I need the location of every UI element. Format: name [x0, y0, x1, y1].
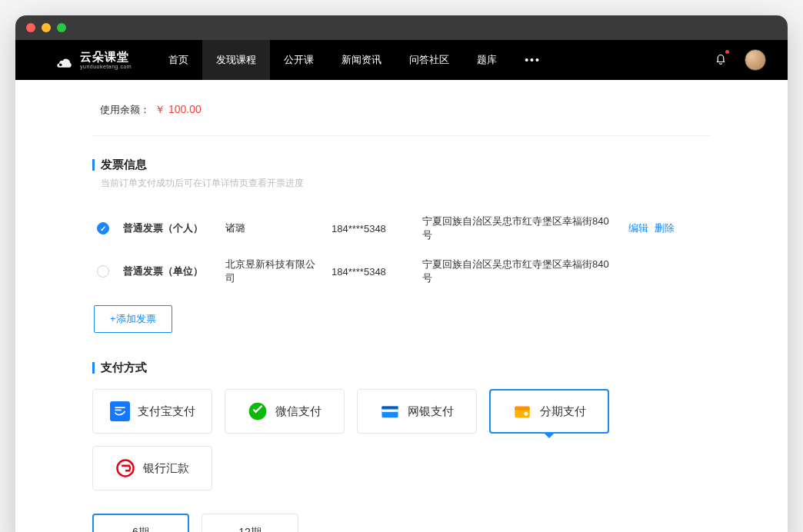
- payment-method-label: 网银支付: [408, 404, 454, 419]
- page-content: 使用余额： ￥ 100.00 发票信息 当前订单支付成功后可在订单详情页查看开票…: [15, 80, 788, 532]
- installment-option-0[interactable]: 6期: [92, 514, 189, 532]
- window-titlebar: [15, 15, 788, 40]
- svg-point-8: [524, 412, 528, 416]
- svg-rect-7: [515, 407, 530, 411]
- invoice-type: 普通发票（个人）: [123, 221, 212, 235]
- section-bar-icon: [92, 362, 95, 374]
- brand-domain: yunduoketang.com: [80, 64, 132, 69]
- svg-rect-4: [382, 410, 398, 412]
- payment-method-bank[interactable]: 网银支付: [357, 389, 477, 434]
- nav-item-0[interactable]: 首页: [155, 40, 202, 80]
- brand-logo[interactable]: 云朵课堂 yunduoketang.com: [54, 49, 132, 71]
- svg-rect-1: [110, 401, 130, 421]
- top-nav: 云朵课堂 yunduoketang.com 首页发现课程公开课新闻资讯问答社区题…: [15, 40, 788, 80]
- installment-icon: [512, 401, 532, 421]
- nav-more[interactable]: •••: [511, 54, 555, 66]
- cloud-logo-icon: [54, 49, 75, 71]
- balance-value: ￥ 100.00: [155, 103, 202, 117]
- invoice-type: 普通发票（单位）: [123, 264, 212, 278]
- invoice-address: 宁夏回族自治区吴忠市红寺堡区幸福街840号: [422, 258, 615, 285]
- user-avatar[interactable]: [745, 49, 766, 71]
- add-invoice-button[interactable]: +添加发票: [94, 305, 172, 333]
- section-bar-icon: [92, 159, 95, 171]
- brand-name: 云朵课堂: [80, 51, 132, 62]
- nav-item-2[interactable]: 公开课: [270, 40, 328, 80]
- invoice-radio[interactable]: [97, 222, 109, 234]
- maximize-window-button[interactable]: [57, 23, 66, 32]
- nav-item-1[interactable]: 发现课程: [202, 40, 270, 80]
- svg-point-9: [117, 460, 133, 476]
- invoice-edit-button[interactable]: 编辑: [628, 221, 648, 235]
- balance-label: 使用余额：: [100, 103, 150, 117]
- invoice-phone: 184****5348: [332, 223, 408, 234]
- invoice-delete-button[interactable]: 删除: [655, 221, 675, 235]
- payment-method-label: 微信支付: [275, 404, 322, 419]
- svg-rect-5: [382, 407, 398, 409]
- invoice-row: 普通发票（个人）诸璐184****5348宁夏回族自治区吴忠市红寺堡区幸福街84…: [97, 207, 711, 250]
- payment-method-label: 银行汇款: [143, 461, 189, 476]
- invoice-address: 宁夏回族自治区吴忠市红寺堡区幸福街840号: [422, 214, 615, 242]
- notification-bell[interactable]: [714, 52, 728, 68]
- balance-row: 使用余额： ￥ 100.00: [92, 95, 711, 136]
- installment-option-1[interactable]: 12期: [202, 514, 298, 532]
- nav-item-4[interactable]: 问答社区: [395, 40, 463, 80]
- alipay-icon: [110, 401, 130, 421]
- payment-method-wechat[interactable]: 微信支付: [225, 389, 345, 434]
- payment-method-installment[interactable]: 分期支付: [489, 389, 609, 434]
- invoice-radio[interactable]: [97, 265, 109, 278]
- invoice-section-subtitle: 当前订单支付成功后可在订单详情页查看开票进度: [101, 177, 711, 190]
- svg-point-0: [59, 63, 62, 66]
- invoice-row: 普通发票（单位）北京昱新科技有限公司184****5348宁夏回族自治区吴忠市红…: [97, 250, 711, 293]
- close-window-button[interactable]: [26, 23, 35, 32]
- minimize-window-button[interactable]: [42, 23, 51, 32]
- payment-method-label: 支付宝支付: [138, 404, 195, 419]
- nav-item-3[interactable]: 新闻资讯: [328, 40, 395, 80]
- payment-method-label: 分期支付: [540, 404, 586, 419]
- payment-method-remit[interactable]: 银行汇款: [92, 446, 212, 490]
- remit-icon: [115, 458, 135, 478]
- wechat-icon: [248, 401, 268, 421]
- payment-section-title: 支付方式: [92, 361, 711, 375]
- nav-item-5[interactable]: 题库: [463, 40, 511, 80]
- invoice-name: 诸璐: [225, 221, 318, 235]
- bank-icon: [380, 401, 400, 421]
- payment-method-alipay[interactable]: 支付宝支付: [92, 389, 212, 434]
- notification-dot-icon: [725, 50, 729, 54]
- app-window: 云朵课堂 yunduoketang.com 首页发现课程公开课新闻资讯问答社区题…: [15, 15, 788, 532]
- invoice-section-title: 发票信息: [92, 158, 711, 172]
- invoice-phone: 184****5348: [332, 266, 408, 278]
- invoice-name: 北京昱新科技有限公司: [225, 258, 318, 285]
- invoice-actions: 编辑删除: [628, 221, 675, 235]
